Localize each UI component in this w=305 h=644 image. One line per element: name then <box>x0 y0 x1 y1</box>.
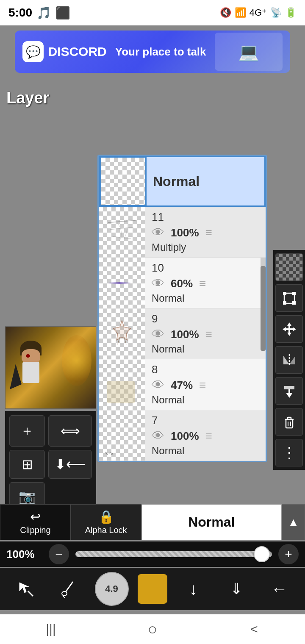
add-copy-button[interactable]: ⊞ <box>9 450 45 479</box>
status-left: 5:00 🎵 ⬛ <box>8 6 70 20</box>
layer-info-9: 9 👁 100% ≡ Normal <box>145 309 266 358</box>
wifi-icon: 📶 <box>235 7 246 18</box>
merge-visible-button[interactable]: ⬇⟵ <box>48 450 92 479</box>
opacity-value-label: 100% <box>6 548 42 561</box>
layer-num-9: 9 <box>152 312 259 325</box>
more-options-icon: ⋮ <box>282 445 297 461</box>
layer-row-selected[interactable]: Normal <box>99 156 266 207</box>
layer-num-11: 11 <box>152 211 259 224</box>
eye-icon-8[interactable]: 👁 <box>152 378 164 392</box>
dropdown-arrow-button[interactable]: ▲ <box>282 504 305 540</box>
brush-tool-icon <box>58 578 79 600</box>
opacity-increase-button[interactable]: + <box>278 544 299 564</box>
more-options-button[interactable]: ⋮ <box>275 439 303 466</box>
svg-marker-7 <box>283 327 286 331</box>
move-button[interactable] <box>275 315 303 343</box>
battery-icon: 🔋 <box>285 7 297 18</box>
eye-icon-9[interactable]: 👁 <box>152 327 164 341</box>
layer-row-11[interactable]: 11 👁 100% ≡ Multiply <box>99 207 266 258</box>
color-swatch-button[interactable] <box>138 574 167 604</box>
bottom-toolbar-left: ＋ ⟺ ⊞ ⬇⟵ 📷 <box>5 411 96 515</box>
status-right: 🔇 📶 4G⁺ 📡 🔋 <box>220 7 297 18</box>
artwork-inner <box>6 327 96 408</box>
layer-row-7[interactable]: ∿∿ 7 👁 100% ≡ Normal <box>99 410 266 461</box>
transform-button[interactable] <box>275 284 303 312</box>
bottom-nav-toolbar: 4.9 ↓ ⇓ ← <box>0 568 305 610</box>
layer-thumb-9 <box>99 309 145 359</box>
android-menu-button[interactable]: ||| <box>38 621 64 638</box>
layer-mode-9: Normal <box>152 343 259 355</box>
layer-menu-7[interactable]: ≡ <box>205 429 216 443</box>
opacity-decrease-button[interactable]: − <box>49 544 69 564</box>
svg-marker-5 <box>287 322 291 326</box>
layer-controls-10: 👁 60% ≡ <box>152 276 259 291</box>
layer-opacity-8: 47% <box>171 379 193 392</box>
scroll-track[interactable] <box>261 258 266 308</box>
svg-line-22 <box>108 220 136 222</box>
svg-rect-4 <box>292 301 296 305</box>
svg-line-23 <box>110 228 133 230</box>
discord-device-image: 💻 <box>215 33 283 71</box>
character-silhouette <box>14 341 48 400</box>
android-menu-icon: ||| <box>46 622 55 636</box>
blend-mode-label: Normal <box>188 514 235 530</box>
alpha-lock-button[interactable]: 🔒 Alpha Lock <box>71 504 141 540</box>
flip-icon <box>282 353 297 368</box>
layer-menu-11[interactable]: ≡ <box>205 226 216 239</box>
svg-rect-14 <box>284 386 294 389</box>
eye-icon-10[interactable]: 👁 <box>152 276 164 291</box>
merge-down-button[interactable] <box>275 377 303 405</box>
svg-marker-11 <box>283 356 289 364</box>
layer-menu-10[interactable]: ≡ <box>199 277 209 290</box>
move-icon <box>282 322 297 337</box>
eye-icon-7[interactable]: 👁 <box>152 429 164 443</box>
layer-10-content <box>108 282 131 284</box>
down-arrow-icon: ↓ <box>189 580 197 599</box>
discord-banner[interactable]: 💬 DISCORD Your place to talk 💻 <box>15 31 290 73</box>
svg-line-28 <box>66 582 73 592</box>
layer-num-7: 7 <box>152 414 259 427</box>
layer-opacity-11: 100% <box>171 226 199 239</box>
brush-tool-button[interactable] <box>52 572 86 606</box>
selected-layer-mode: Normal <box>153 174 200 189</box>
layer-menu-8[interactable]: ≡ <box>199 378 209 392</box>
selection-tool-button[interactable] <box>9 572 43 606</box>
clipping-button[interactable]: ↩ Clipping <box>0 504 71 540</box>
double-down-icon: ⇓ <box>230 580 243 598</box>
back-button[interactable]: ← <box>262 572 296 606</box>
collapse-button[interactable]: ⇓ <box>219 572 253 606</box>
layer-thumb-11 <box>99 207 145 257</box>
layer-mode-8: Normal <box>152 394 259 406</box>
data-icon: 4G⁺ <box>250 7 267 18</box>
android-back-button[interactable]: < <box>241 621 267 638</box>
layer-menu-9[interactable]: ≡ <box>205 328 216 341</box>
svg-rect-19 <box>288 417 291 419</box>
svg-rect-1 <box>283 292 286 295</box>
layer-row-8[interactable]: 8 👁 47% ≡ Normal <box>99 359 266 410</box>
checker-pattern-button[interactable] <box>275 253 303 281</box>
layer-controls-8: 👁 47% ≡ <box>152 378 259 392</box>
layer-9-content <box>105 315 139 353</box>
flip-horizontal-button[interactable] <box>275 346 303 374</box>
add-layer-button[interactable]: ＋ <box>9 415 45 447</box>
layer-7-content: ∿∿ <box>104 450 114 456</box>
svg-rect-16 <box>288 389 290 393</box>
blend-mode-button[interactable]: Normal <box>141 504 282 540</box>
layer-controls-11: 👁 100% ≡ <box>152 225 259 240</box>
layer-row-10[interactable]: 10 👁 60% ≡ Normal <box>99 258 266 308</box>
delete-button[interactable] <box>275 408 303 436</box>
opacity-slider[interactable] <box>75 551 272 557</box>
move-down-button[interactable]: ↓ <box>176 572 210 606</box>
plus-icon: + <box>285 547 292 561</box>
layer-info-11: 11 👁 100% ≡ Multiply <box>145 207 266 257</box>
status-bar: 5:00 🎵 ⬛ 🔇 📶 4G⁺ 📡 🔋 <box>0 0 305 25</box>
eye-icon-11[interactable]: 👁 <box>152 225 164 240</box>
svg-line-27 <box>28 591 33 596</box>
android-home-button[interactable]: ○ <box>140 621 165 638</box>
brush-size-display[interactable]: 4.9 <box>95 572 129 606</box>
discord-icon: 💬 <box>22 41 44 62</box>
flip-button[interactable]: ⟺ <box>48 415 92 447</box>
layer-row-9[interactable]: 9 👁 100% ≡ Normal <box>99 308 266 359</box>
svg-marker-8 <box>293 327 296 331</box>
discord-logo-area: 💬 DISCORD <box>22 41 106 62</box>
